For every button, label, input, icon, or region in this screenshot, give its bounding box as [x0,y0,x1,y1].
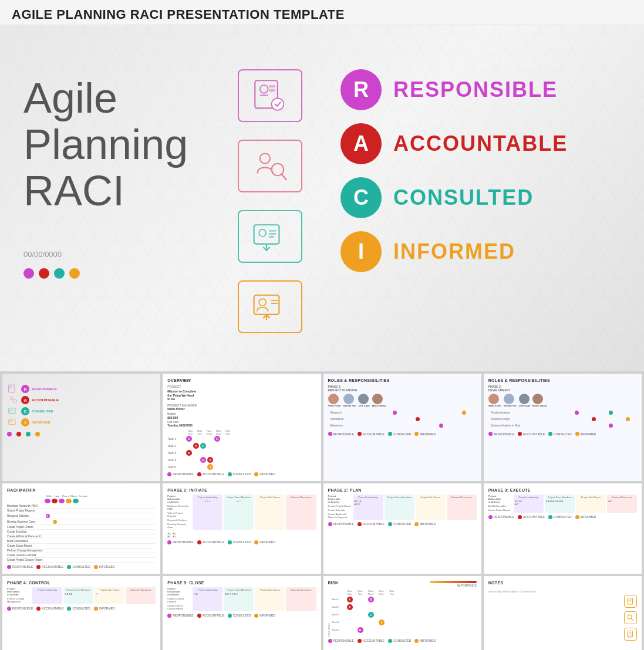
thumb6-title: PHASE 1: INITIATE [167,488,316,492]
notes-icon-search [624,611,637,624]
project-label: PROJECT [167,385,316,388]
name2: Richard Fan [343,404,356,407]
name4-4: Blaine Vassal [532,404,547,407]
main-slide: AgilePlanningRACI 00/00/0000 [0,25,644,371]
left-section: AgilePlanningRACI 00/00/0000 [23,63,211,279]
thumbnail-9[interactable]: PHASE 4: CONTROL ProjectDeliverableor Ac… [2,576,160,651]
thumbnail-4[interactable]: ROLES & RESPONSIBILITIES PHASE 2:DEVELOP… [484,374,642,481]
raci-row-a: A ACCOUNTABLE [340,123,621,164]
svg-point-25 [10,409,12,411]
svg-point-22 [10,397,13,400]
raci-row-i: I INFORMED [340,231,621,272]
thumb7-legend: RESPONSIBLE ACCOUNTABLE CONSULTED INFORM… [328,522,477,526]
thumbnail-7[interactable]: PHASE 2: PLAN ProjectDeliverableor Activ… [323,483,481,574]
phase4-tasks: ProjectDeliverableor Activity Perform Ch… [7,587,31,604]
avatar2 [343,394,354,404]
group-sub4: Project Sub Teams R [95,587,124,604]
thumbnail-12[interactable]: NOTES summary information / comments [484,576,642,651]
overview-roles-header: RoleOne RoleTwo RoleThree RoleFour RoleF… [167,429,316,470]
ov-row3: Task 3 A [167,450,316,456]
mx-row6: Create Schedule [7,530,156,534]
phase3-groups: Project Leadership S/I, G/I A/C Project … [514,495,637,513]
raci-row-r: R RESPONSIBLE [340,69,621,110]
mini-row-r: R RESPONSIBLE [7,384,156,394]
name1: Nellie Porter [328,404,341,407]
svg-point-10 [259,229,266,236]
svg-rect-3 [269,85,275,87]
phase1-tasks: ProjectDeliverableor Activity Backload R… [167,495,191,530]
mini-label-c: CONSULTED [32,409,53,413]
risk-row5: Task 5 R [332,627,477,633]
mini-label-r: RESPONSIBLE [32,387,57,391]
ov-row5: Task 5 I [167,464,316,470]
svg-point-23 [14,400,16,402]
icon-card-teal [238,210,302,263]
svg-line-33 [631,618,633,621]
thumbnail-2[interactable]: OVERVIEW PROJECT Mission to Completethe … [163,374,321,481]
avatars-row4: Nellie Porter Richard Fan John Cage Blai… [488,394,637,407]
thumb-dots [7,432,156,436]
raci-row-c: C CONSULTED [340,177,621,218]
raci-labels: R RESPONSIBLE A ACCOUNTABLE C CONSULTED … [329,63,621,285]
thumbnail-11[interactable]: RISK IMPORTANCE RISK LEVEL RoleOne RoleT… [323,576,481,651]
main-title: AgilePlanningRACI [23,75,211,215]
group-team5: Project Team Members A C S C A C [224,587,254,611]
thumb12-title: NOTES [488,581,637,585]
thumbnail-10[interactable]: PHASE 5: CLOSE ProjectDeliverableor Acti… [163,576,321,651]
ov-row2: Task 2 A C [167,443,316,449]
thumb11-title: RISK [328,581,339,585]
thumbnail-1[interactable]: R RESPONSIBLE A ACCOUNTABLE C CONSULTED … [2,374,160,481]
mini-row-a: A ACCOUNTABLE [7,395,156,405]
thumbnail-3[interactable]: ROLES & RESPONSIBILITIES PHASE 2:PROJECT… [323,374,481,481]
svg-point-16 [259,299,266,306]
icon-card-pink [238,140,302,192]
phase2-content: ProjectDeliverableor Activity Create Pro… [328,495,477,520]
risk-row1: Task 1 A R [332,597,477,602]
group-external3: External Resources A/C [607,495,637,513]
budget-value: $82,500 [167,416,316,419]
avatar4-1 [488,394,499,404]
thumbnail-8[interactable]: PHASE 3: EXECUTE ProjectDeliverableor Ac… [484,483,642,574]
group-leader3: Project Leadership S/I, G/I A/C [514,495,544,513]
phase5-content: ProjectDeliverableor Activity Create Les… [167,587,316,611]
name4-1: Nellie Porter [488,404,501,407]
mx-row12: Create Project Closure Report [7,558,156,563]
circle-i: I [340,231,382,272]
importance-label: IMPORTANCE [430,581,477,587]
phase5-groups: Project Leadership R A Project Team Memb… [193,587,316,611]
tdot2 [16,432,21,436]
mx-row4: Develop Business CaseI [7,519,156,525]
thumbnail-6[interactable]: PHASE 1: INITIATE ProjectDeliverableor A… [163,483,321,574]
group-leader2: Project Leadership A/C, A A C/R [353,495,383,520]
phase5-tasks: ProjectDeliverableor Activity Create Les… [167,587,191,611]
thumb6-legend: RESPONSIBLE ACCOUNTABLE CONSULTED INFORM… [167,540,316,544]
thumb2-legend: RESPONSIBLE ACCOUNTABLE CONSULTED INFORM… [167,472,316,476]
matrix-dots [7,499,156,503]
svg-point-29 [629,600,630,601]
thumb5-title: RACI MATRIX [7,488,156,492]
tdot3 [26,432,31,436]
svg-line-8 [282,174,286,180]
phase2-groups: Project Leadership A/C, A A C/R Project … [353,495,477,520]
risk-chart: RISK LEVEL RoleOne RoleTwo RoleThree Rol… [328,590,477,637]
phase3-content: ProjectDeliverableor Activity Add Delive… [488,495,637,513]
icon-card-orange [238,280,302,333]
avatar1 [328,394,339,404]
avatar4-3 [519,394,530,404]
mx-row2: Submit Project Request [7,509,156,513]
risk-col-headers: RoleOne RoleTwo RoleThree RoleFour RoleF… [332,590,477,595]
mini-i: I [21,418,29,426]
thumbnail-5[interactable]: RACI MATRIX Nellie Luigi Renee Blaine Ge… [2,483,160,574]
mx-row3: Research SolutionR [7,513,156,519]
notes-icons [624,595,637,641]
phase1-groups: Project Leadership RAC Project Team Memb… [193,495,316,530]
svg-point-35 [629,632,632,634]
mx-row9: Create Status Report [7,544,156,549]
risk-row4: Task 4 I [332,619,477,625]
svg-point-27 [10,420,12,422]
group-external2: External Resources [447,495,477,520]
date-text: 00/00/0000 [23,250,211,259]
circle-r: R [340,69,382,110]
top-header: AGILE PLANNING RACI PRESENTATION TEMPLAT… [0,0,644,25]
mini-row-c: C CONSULTED [7,407,156,416]
